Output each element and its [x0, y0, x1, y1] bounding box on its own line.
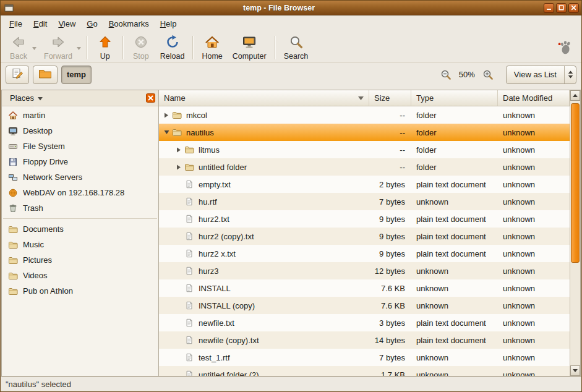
up-arrow-icon [98, 35, 113, 51]
folder-icon [184, 162, 195, 172]
menu-bookmarks[interactable]: Bookmarks [103, 17, 155, 31]
back-dropdown-button[interactable] [31, 43, 38, 52]
home-button[interactable]: Home [197, 33, 227, 62]
floppy-icon [7, 157, 18, 167]
stop-button[interactable]: Stop [127, 33, 155, 62]
file-row-mkcol[interactable]: mkcol--folderunknown [159, 106, 570, 124]
menu-help[interactable]: Help [155, 17, 182, 31]
file-row-newfile-txt[interactable]: newfile.txt3 bytesplain text documentunk… [159, 314, 570, 331]
file-type-cell: unknown [411, 301, 498, 310]
menu-go[interactable]: Go [81, 17, 103, 31]
column-header-size[interactable]: Size [369, 90, 411, 106]
menu-view[interactable]: View [53, 17, 81, 31]
file-row-nautilus[interactable]: nautilus--folderunknown [159, 124, 570, 141]
zoom-in-button[interactable] [481, 68, 495, 82]
file-type-cell: folder [411, 111, 498, 120]
dropdown-arrow-icon [77, 43, 81, 52]
sidebar-item-floppy-drive[interactable]: Floppy Drive [2, 154, 158, 169]
vertical-scrollbar[interactable] [570, 90, 580, 376]
file-row-test-1-rtf[interactable]: test_1.rtf7 bytesunknownunknown [159, 349, 570, 366]
scroll-up-button[interactable] [570, 90, 580, 101]
file-row-hurz2-x-txt[interactable]: hurz2 x.txt9 bytesplain text documentunk… [159, 245, 570, 262]
sidebar-item-martin[interactable]: martin [2, 108, 158, 123]
file-name-label: empty.txt [199, 180, 231, 189]
text-file-icon [184, 249, 195, 258]
file-row-hurz2-copy-txt[interactable]: hurz2 (copy).txt9 bytesplain text docume… [159, 228, 570, 245]
file-type-cell: folder [411, 145, 498, 155]
up-button[interactable]: Up [91, 33, 119, 62]
file-name-label: test_1.rtf [199, 353, 230, 362]
expander-closed-icon[interactable] [174, 147, 184, 153]
file-name-label: newfile.txt [199, 318, 234, 328]
sidebar-separator [3, 218, 157, 219]
file-type-cell: folder [411, 163, 498, 172]
menu-file[interactable]: File [4, 17, 28, 31]
file-row-hurz2-txt[interactable]: hurz2.txt9 bytesplain text documentunkno… [159, 210, 570, 228]
column-header-type[interactable]: Type [411, 90, 498, 106]
toggle-location-entry-button[interactable] [6, 66, 29, 84]
reload-button[interactable]: Reload [155, 33, 190, 62]
window-maximize-button[interactable] [556, 3, 567, 13]
file-type-cell: unknown [411, 284, 498, 293]
sidebar-item-pub-on-athlon[interactable]: Pub on Athlon [2, 283, 158, 299]
zoom-out-button[interactable] [439, 68, 453, 82]
sidebar-item-music[interactable]: Music [2, 237, 158, 252]
window-minimize-button[interactable] [544, 3, 554, 13]
sidebar-item-documents[interactable]: Documents [2, 221, 158, 237]
view-selector-dropdown[interactable]: View as List [506, 66, 576, 84]
home-icon [7, 111, 18, 121]
sidebar-item-label: Music [23, 240, 44, 249]
forward-dropdown-button[interactable] [75, 43, 82, 52]
sidebar-item-desktop[interactable]: Desktop [2, 123, 158, 138]
toolbar-group-up: Up [91, 33, 119, 62]
file-name-label: newfile (copy).txt [199, 336, 259, 345]
sidebar-item-pictures[interactable]: Pictures [2, 252, 158, 268]
file-row-litmus[interactable]: litmus--folderunknown [159, 141, 570, 158]
expander-open-icon[interactable] [161, 130, 171, 135]
sidebar-item-videos[interactable]: Videos [2, 268, 158, 283]
sidebar-item-webdav-on-192-168-178-28[interactable]: WebDAV on 192.168.178.28 [2, 185, 158, 200]
file-modified-cell: unknown [498, 353, 570, 362]
close-sidebar-button[interactable] [146, 93, 155, 103]
file-row-hurz3[interactable]: hurz312 bytesunknownunknown [159, 262, 570, 279]
sidebar-item-trash[interactable]: Trash [2, 200, 158, 216]
expander-closed-icon[interactable] [174, 164, 184, 170]
text-file-icon [184, 352, 195, 362]
folder-icon [7, 224, 18, 234]
file-row-untitled-folder[interactable]: untitled folder--folderunknown [159, 158, 570, 176]
titlebar[interactable]: temp - File Browser [1, 1, 581, 15]
window-close-icon [571, 3, 576, 12]
spinner-arrows-icon [564, 66, 576, 83]
caret-down-icon [38, 93, 43, 103]
file-name-cell: hurz2 x.txt [159, 249, 369, 258]
path-root-button[interactable] [33, 66, 58, 84]
scrollbar-thumb[interactable] [571, 103, 580, 263]
file-row-install-copy[interactable]: INSTALL (copy)7.6 KBunknownunknown [159, 297, 570, 314]
file-row-install[interactable]: INSTALL7.6 KBunknownunknown [159, 279, 570, 297]
column-header-name[interactable]: Name [159, 90, 369, 106]
search-button[interactable]: Search [279, 33, 314, 62]
toolbar-group-back: Back [4, 33, 39, 62]
file-row-empty-txt[interactable]: empty.txt2 bytesplain text documentunkno… [159, 176, 570, 193]
menu-edit[interactable]: Edit [28, 17, 53, 31]
path-current-button[interactable]: temp [61, 66, 92, 84]
sidebar-item-file-system[interactable]: File System [2, 138, 158, 154]
column-header-date-modified[interactable]: Date Modified [498, 90, 570, 106]
places-selector[interactable]: Places [5, 92, 48, 104]
computer-button[interactable]: Computer [228, 33, 272, 62]
file-name-cell: empty.txt [159, 179, 369, 189]
file-row-newfile-copy-txt[interactable]: newfile (copy).txt14 bytesplain text doc… [159, 331, 570, 349]
file-name-cell: newfile (copy).txt [159, 335, 369, 345]
back-button[interactable]: Back [4, 33, 33, 62]
expander-closed-icon[interactable] [161, 113, 171, 118]
scroll-down-button[interactable] [570, 365, 580, 376]
toolbar-group-reload: Reload [155, 33, 190, 62]
window-close-button[interactable] [568, 3, 579, 13]
window-title: temp - File Browser [14, 4, 544, 12]
file-name-cell: test_1.rtf [159, 352, 369, 362]
file-row-untitled-folder-2[interactable]: untitled folder (2)1.7 KBunknownunknown [159, 366, 570, 376]
file-row-hu-rtf[interactable]: hu.rtf7 bytesunknownunknown [159, 193, 570, 210]
forward-button[interactable]: Forward [39, 33, 77, 62]
toolbar-group-computer: Computer [228, 33, 272, 62]
sidebar-item-network-servers[interactable]: Network Servers [2, 169, 158, 185]
